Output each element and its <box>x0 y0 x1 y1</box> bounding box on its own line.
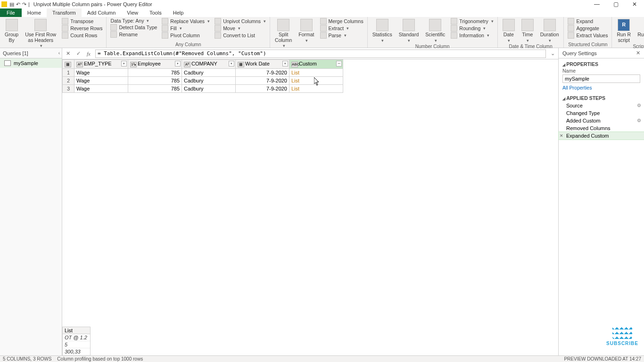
use-first-row-button[interactable]: Use First Row as Headers▾ <box>23 18 58 49</box>
tab-view[interactable]: View <box>121 8 144 17</box>
maximize-button[interactable]: ▢ <box>606 1 625 8</box>
fill-button[interactable]: Fill▾ <box>161 25 211 32</box>
expand-column-icon[interactable]: ↔ <box>336 61 342 66</box>
format-button[interactable]: Format▾ <box>297 18 316 44</box>
redo-icon[interactable]: ↷ <box>22 1 26 8</box>
cell-custom-list[interactable]: List <box>289 85 343 93</box>
tab-transform[interactable]: Transform <box>47 8 82 17</box>
applied-step[interactable]: Removed Columns <box>559 124 644 132</box>
cell-company[interactable]: Cadbury <box>182 77 236 85</box>
run-python-button[interactable]: PyRun Python script <box>636 18 644 44</box>
cell-work-date[interactable]: 7-9-2020 <box>236 85 289 93</box>
merge-columns-button[interactable]: Merge Columns <box>319 18 364 25</box>
filter-icon[interactable]: ▾ <box>175 61 181 66</box>
query-name-input[interactable] <box>562 74 640 83</box>
applied-step[interactable]: Changed Type <box>559 109 644 117</box>
cancel-formula-icon[interactable]: ✕ <box>64 50 72 58</box>
col-header-work-date[interactable]: ▦Work Date▾ <box>236 60 289 69</box>
filter-icon[interactable]: ▾ <box>282 61 288 66</box>
parse-button[interactable]: Parse▾ <box>319 32 364 39</box>
applied-step[interactable]: Source⚙ <box>559 102 644 109</box>
table-row[interactable]: 1Wage785Cadbury7-9-2020List <box>63 69 343 77</box>
table-row[interactable]: 2Wage785Cadbury7-9-2020List <box>63 77 343 85</box>
tab-add-column[interactable]: Add Column <box>82 8 122 17</box>
filter-icon[interactable]: ▾ <box>229 61 234 66</box>
cell-work-date[interactable]: 7-9-2020 <box>236 69 289 77</box>
applied-step[interactable]: Added Custom⚙ <box>559 117 644 124</box>
cell-custom-list[interactable]: List <box>289 69 343 77</box>
data-type-button[interactable]: Data Type: Any▾ <box>109 18 158 24</box>
unpivot-columns-button[interactable]: Unpivot Columns▾ <box>214 18 267 25</box>
cell-company[interactable]: Cadbury <box>182 69 236 77</box>
accept-formula-icon[interactable]: ✓ <box>74 50 82 58</box>
table-row[interactable]: 3Wage785Cadbury7-9-2020List <box>63 85 343 93</box>
reverse-rows-button[interactable]: Reverse Rows <box>61 25 103 32</box>
tab-tools[interactable]: Tools <box>144 8 167 17</box>
ribbon-group-text-column: Split Column▾ Format▾ Merge Columns Extr… <box>270 17 368 48</box>
all-properties-link[interactable]: All Properties <box>559 83 644 92</box>
filter-icon[interactable]: ▾ <box>121 61 127 66</box>
replace-values-button[interactable]: Replace Values▾ <box>161 18 211 25</box>
data-grid[interactable]: ▦ AᴮEMP_TYPE▾ 1²₃Employee▾ AᴮCOMPANY▾ ▦W… <box>62 59 558 355</box>
cell-company[interactable]: Cadbury <box>182 85 236 93</box>
corner-cell[interactable]: ▦ <box>63 60 74 69</box>
query-item[interactable]: mySample <box>0 58 62 68</box>
rounding-button[interactable]: Rounding▾ <box>450 25 494 32</box>
group-by-button[interactable]: Group By <box>3 18 20 44</box>
cell-custom-list[interactable]: List <box>289 77 343 85</box>
close-button[interactable]: ✕ <box>625 1 644 8</box>
cell-employee[interactable]: 785 <box>128 85 182 93</box>
save-icon[interactable]: ▤ <box>9 1 14 8</box>
split-column-button[interactable]: Split Column▾ <box>273 18 294 49</box>
cell-emp-type[interactable]: Wage <box>74 77 128 85</box>
collapse-queries-icon[interactable]: ‹ <box>58 50 60 56</box>
tab-home[interactable]: Home <box>22 8 47 17</box>
row-number[interactable]: 1 <box>63 69 74 77</box>
minimize-button[interactable]: — <box>587 1 606 8</box>
statistics-button[interactable]: Statistics▾ <box>371 18 394 44</box>
expand-button[interactable]: Expand <box>567 18 609 25</box>
time-button[interactable]: Time▾ <box>520 18 536 44</box>
expand-formula-icon[interactable]: ⌄ <box>549 50 556 57</box>
close-settings-icon[interactable]: ✕ <box>636 50 640 56</box>
date-button[interactable]: Date▾ <box>501 18 517 44</box>
col-header-emp-type[interactable]: AᴮEMP_TYPE▾ <box>74 60 128 69</box>
cell-employee[interactable]: 785 <box>128 77 182 85</box>
tab-help[interactable]: Help <box>167 8 190 17</box>
tab-file[interactable]: File <box>0 8 22 17</box>
transpose-button[interactable]: Transpose <box>61 18 103 25</box>
rename-button[interactable]: Rename <box>109 31 158 38</box>
gear-icon[interactable]: ⚙ <box>637 103 641 108</box>
trigonometry-button[interactable]: Trigonometry▾ <box>450 18 494 25</box>
col-header-custom[interactable]: ABCCustom↔ <box>289 60 343 69</box>
col-header-company[interactable]: AᴮCOMPANY▾ <box>182 60 236 69</box>
undo-icon[interactable]: ↶ <box>16 1 20 8</box>
cell-emp-type[interactable]: Wage <box>74 69 128 77</box>
formula-input[interactable] <box>95 49 546 58</box>
move-button[interactable]: Move▾ <box>214 25 267 32</box>
gear-icon[interactable]: ⚙ <box>637 118 641 123</box>
pivot-column-button[interactable]: Pivot Column <box>161 32 211 39</box>
row-number[interactable]: 3 <box>63 85 74 93</box>
run-r-button[interactable]: RRun R script <box>615 18 633 44</box>
col-header-employee[interactable]: 1²₃Employee▾ <box>128 60 182 69</box>
query-item-label: mySample <box>14 60 38 66</box>
detect-data-type-button[interactable]: Detect Data Type <box>109 24 158 31</box>
delete-step-icon[interactable]: ✕ <box>560 133 563 138</box>
applied-step[interactable]: ✕Expanded Custom <box>559 132 644 140</box>
duration-button[interactable]: Duration▾ <box>538 18 561 44</box>
fx-icon[interactable]: fx <box>85 50 92 58</box>
extract-button[interactable]: Extract▾ <box>319 25 364 32</box>
convert-to-list-button[interactable]: Convert to List <box>214 32 267 39</box>
count-rows-button[interactable]: Count Rows <box>61 32 103 39</box>
information-button[interactable]: Information▾ <box>450 32 494 39</box>
standard-button[interactable]: Standard▾ <box>397 18 421 44</box>
quick-access-toolbar[interactable]: ▤ ↶ ↷ | <box>8 1 31 8</box>
cell-emp-type[interactable]: Wage <box>74 85 128 93</box>
row-number[interactable]: 2 <box>63 77 74 85</box>
scientific-button[interactable]: Scientific▾ <box>423 18 447 44</box>
extract-values-button[interactable]: Extract Values <box>567 32 609 39</box>
cell-work-date[interactable]: 7-9-2020 <box>236 77 289 85</box>
cell-employee[interactable]: 785 <box>128 69 182 77</box>
aggregate-button[interactable]: Aggregate <box>567 25 609 32</box>
